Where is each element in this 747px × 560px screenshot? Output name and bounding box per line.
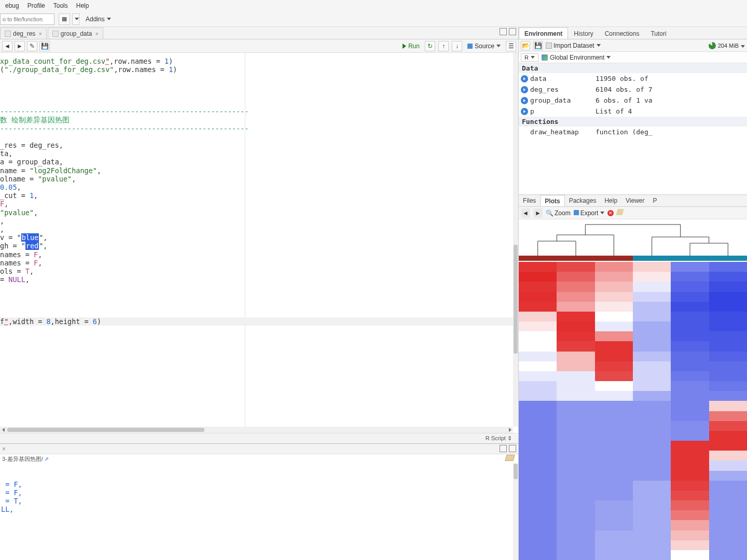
memory-usage[interactable]: 204 MiB [718, 43, 745, 49]
save-workspace-icon[interactable]: 💾 [533, 41, 543, 50]
code-line[interactable]: F, [0, 200, 8, 208]
env-tab-environment[interactable]: Environment [519, 27, 568, 39]
minimize-icon[interactable] [500, 28, 507, 35]
grid-view-caret[interactable] [72, 13, 79, 25]
editor-horizontal-scrollbar[interactable] [0, 427, 513, 433]
expand-icon[interactable] [521, 97, 528, 104]
env-row[interactable]: data11950 obs. of [519, 73, 747, 84]
forward-icon[interactable]: ► [15, 41, 25, 51]
code-line[interactable]: 数 绘制差异基因热图 [0, 116, 70, 124]
scroll-left-icon[interactable] [0, 427, 6, 433]
plots-tab-p[interactable]: P [649, 195, 661, 206]
up-arrow-icon[interactable]: ↑ [438, 41, 449, 51]
environment-table: Datadata11950 obs. ofdeg_res6104 obs. of… [519, 63, 747, 137]
addins-menu[interactable]: Addins [86, 16, 111, 23]
language-mode[interactable]: R Script ⇕ [486, 435, 512, 442]
plots-tab-files[interactable]: Files [519, 195, 540, 206]
plots-tab-viewer[interactable]: Viewer [621, 195, 648, 206]
file-function-search[interactable] [0, 13, 54, 25]
down-arrow-icon[interactable]: ↓ [452, 41, 462, 51]
expand-icon[interactable] [521, 108, 528, 115]
env-row[interactable]: pList of 4 [519, 106, 747, 117]
rerun-icon[interactable]: ↻ [425, 41, 435, 51]
plots-tab-plots[interactable]: Plots [540, 195, 564, 206]
menu-profile[interactable]: Profile [23, 1, 49, 11]
code-line[interactable]: _res = deg_res, [0, 141, 63, 149]
code-line[interactable]: xp_data_count_for_deg.csv",row.names = 1… [0, 57, 173, 65]
code-line[interactable]: name = "log2FoldChange", [0, 166, 101, 175]
code-line[interactable]: names = F, [0, 250, 42, 259]
code-line[interactable]: , [0, 225, 4, 233]
run-button[interactable]: Run [400, 43, 422, 50]
export-menu[interactable]: Export [574, 209, 605, 217]
code-line[interactable]: names = F, [0, 259, 42, 267]
scroll-right-icon[interactable] [507, 427, 513, 433]
console-working-dir: 3-差异基因热图/⇗ [0, 454, 518, 464]
clear-console-icon[interactable] [506, 455, 514, 463]
environment-scope[interactable]: Global Environment [542, 54, 611, 61]
console-output[interactable]: = F, = F, = T,LL, [0, 464, 518, 560]
wand-icon[interactable]: ✎ [27, 41, 37, 51]
expand-icon[interactable] [521, 75, 528, 82]
load-workspace-icon[interactable]: 📂 [521, 41, 530, 50]
scrollbar-thumb[interactable] [514, 464, 518, 479]
prev-plot-icon[interactable]: ◄ [521, 208, 530, 218]
menu-tools[interactable]: Tools [49, 1, 72, 11]
code-line[interactable]: ("./group_data_for_deg.csv",row.names = … [0, 65, 177, 74]
code-line[interactable]: , [0, 217, 4, 225]
menu-debug[interactable]: ebug [1, 1, 23, 11]
code-line[interactable]: a = group_data, [0, 158, 63, 166]
code-line[interactable]: "pvalue", [0, 208, 38, 217]
import-dataset-menu[interactable]: Import Dataset [546, 42, 601, 49]
maximize-icon[interactable] [509, 445, 516, 452]
minimize-icon[interactable] [500, 445, 507, 452]
console-vertical-scrollbar[interactable] [513, 464, 518, 560]
language-scope[interactable]: R [521, 53, 538, 62]
code-line[interactable]: v = "blue", [0, 233, 47, 242]
scrollbar-thumb[interactable] [7, 428, 204, 432]
source-button[interactable]: Source [465, 43, 503, 50]
plots-toolbar: ◄ ► Zoom Export [519, 207, 747, 219]
editor-vertical-scrollbar[interactable] [513, 53, 518, 427]
expand-icon[interactable] [521, 86, 528, 93]
code-line[interactable]: ----------------------------------------… [0, 124, 249, 133]
code-line[interactable]: ta, [0, 149, 12, 158]
env-tab-connections[interactable]: Connections [599, 27, 645, 39]
code-line[interactable]: = NULL, [0, 275, 30, 284]
close-icon[interactable]: × [95, 31, 99, 37]
tab-deg-res[interactable]: deg_res × [0, 27, 47, 39]
maximize-icon[interactable] [509, 28, 516, 35]
env-row[interactable]: draw_heatmapfunction (deg_ [519, 127, 747, 137]
code-line[interactable]: olname = "pvalue", [0, 175, 76, 183]
plots-tab-help[interactable]: Help [600, 195, 621, 206]
remove-plot-icon[interactable] [607, 210, 614, 216]
save-icon[interactable]: 💾 [39, 41, 50, 51]
menu-help[interactable]: Help [72, 1, 93, 11]
code-line[interactable]: _cut = 1, [0, 191, 38, 200]
code-line[interactable]: f",width = 8,height = 6) [0, 317, 101, 326]
outline-icon[interactable]: ☰ [506, 41, 516, 51]
back-icon[interactable]: ◄ [2, 41, 12, 51]
scrollbar-thumb[interactable] [514, 245, 518, 354]
zoom-button[interactable]: Zoom [546, 209, 571, 217]
tab-group-data[interactable]: group_data × [48, 27, 103, 39]
env-tab-tutori[interactable]: Tutori [645, 27, 672, 39]
console-close-icon[interactable]: × [2, 445, 6, 453]
code-editor[interactable]: xp_data_count_for_deg.csv",row.names = 1… [0, 53, 518, 433]
env-row[interactable]: deg_res6104 obs. of 7 [519, 84, 747, 95]
plots-tabs: FilesPlotsPackagesHelpViewerP [519, 194, 747, 207]
code-line[interactable]: ols = T, [0, 267, 34, 275]
env-tab-history[interactable]: History [568, 27, 599, 39]
plots-tab-packages[interactable]: Packages [565, 195, 601, 206]
menu-bar: ebug Profile Tools Help [0, 0, 747, 11]
close-icon[interactable]: × [38, 31, 42, 37]
env-row[interactable]: group_data6 obs. of 1 va [519, 95, 747, 106]
code-line[interactable]: gh = "red", [0, 242, 47, 250]
next-plot-icon[interactable]: ► [533, 208, 543, 218]
clear-plots-icon[interactable] [617, 209, 623, 217]
memory-pie-icon[interactable] [709, 42, 716, 49]
globe-icon [542, 54, 548, 61]
code-line[interactable]: ----------------------------------------… [0, 107, 249, 116]
grid-view-button[interactable]: ▦ [59, 13, 70, 25]
code-line[interactable]: 0.05, [0, 183, 21, 191]
